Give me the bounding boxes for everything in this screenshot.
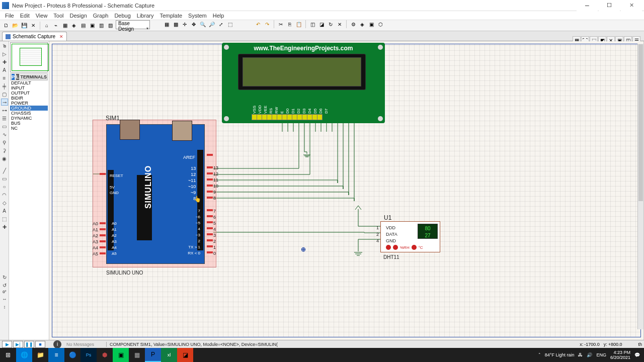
menu-library[interactable]: Library bbox=[134, 12, 157, 20]
line-2d-icon[interactable]: ╱ bbox=[1, 167, 8, 174]
info-icon[interactable]: i bbox=[53, 340, 61, 348]
mirror-h-icon[interactable]: ↔ bbox=[1, 295, 8, 302]
pcb-icon[interactable]: ▦ bbox=[61, 22, 69, 30]
clock[interactable]: 4:23 PM 6/20/2021 bbox=[610, 350, 630, 360]
task-app1[interactable]: ⬢ bbox=[97, 348, 113, 362]
library-icon[interactable]: L bbox=[16, 74, 19, 80]
terminal-power[interactable]: POWER bbox=[10, 101, 48, 106]
play-button[interactable]: ▶ bbox=[2, 341, 12, 348]
dht-mode-button[interactable] bbox=[412, 245, 417, 250]
tab-close-icon[interactable]: ✕ bbox=[59, 34, 63, 39]
pick-parts-icon[interactable]: P bbox=[12, 74, 15, 80]
gerber-icon[interactable]: ▤ bbox=[79, 22, 87, 30]
decompose-icon[interactable]: ⬡ bbox=[376, 20, 384, 28]
step-button[interactable]: ▶| bbox=[13, 341, 23, 348]
undo-icon[interactable]: ↶ bbox=[254, 20, 262, 28]
schematic-canvas[interactable]: www.TheEngineeringProjects.com VSSVDDVEE… bbox=[49, 41, 644, 340]
bus-icon[interactable]: ╪ bbox=[1, 82, 8, 89]
make-device-icon[interactable]: ◈ bbox=[358, 20, 366, 28]
probe-i-icon[interactable]: ⚳ bbox=[1, 147, 8, 154]
task-app3[interactable]: ▦ bbox=[129, 348, 145, 362]
menu-help[interactable]: Help bbox=[210, 12, 227, 20]
task-excel[interactable]: xl bbox=[161, 348, 177, 362]
device-pin-icon[interactable]: ⊶ bbox=[1, 107, 8, 114]
terminal-dynamic[interactable]: DYNAMIC bbox=[10, 116, 48, 121]
snap-icon[interactable]: ▩ bbox=[172, 20, 180, 28]
menu-tool[interactable]: Tool bbox=[50, 12, 66, 20]
pan-icon[interactable]: ✥ bbox=[190, 20, 198, 28]
weather-label[interactable]: 84°F Light rain bbox=[545, 352, 575, 357]
text-script-icon[interactable]: ≡ bbox=[1, 74, 8, 81]
terminal-chassis[interactable]: CHASSIS bbox=[10, 111, 48, 116]
dht-down-button[interactable] bbox=[386, 245, 391, 250]
schematic-icon[interactable]: ⌁ bbox=[52, 22, 60, 30]
terminal-default[interactable]: DEFAULT bbox=[10, 80, 48, 85]
maximize-button[interactable]: ☐ bbox=[599, 0, 620, 11]
menu-debug[interactable]: Debug bbox=[111, 12, 133, 20]
path-2d-icon[interactable]: ◇ bbox=[1, 199, 8, 206]
circle-2d-icon[interactable]: ○ bbox=[1, 183, 8, 190]
dht11-module[interactable]: 124 VDDDATAGND 80 27 %RH °C bbox=[380, 221, 440, 252]
zoom-in-icon[interactable]: 🔍 bbox=[199, 20, 207, 28]
task-app4[interactable]: ◪ bbox=[177, 348, 193, 362]
instrument-icon[interactable]: ◉ bbox=[1, 155, 8, 162]
marker-icon[interactable]: ✚ bbox=[1, 223, 8, 230]
block-copy-icon[interactable]: ◫ bbox=[308, 20, 316, 28]
cut-icon[interactable]: ✂ bbox=[277, 20, 285, 28]
grid-toggle-icon[interactable]: ▦ bbox=[163, 20, 171, 28]
redo-icon[interactable]: ↷ bbox=[263, 20, 271, 28]
tray-vol-icon[interactable]: 🔊 bbox=[587, 352, 592, 357]
close-project-icon[interactable]: ✕ bbox=[29, 22, 37, 30]
terminal-nc[interactable]: NC bbox=[10, 126, 48, 131]
menu-design[interactable]: Design bbox=[67, 12, 90, 20]
probe-v-icon[interactable]: ⚲ bbox=[1, 139, 8, 146]
selection-mode-icon[interactable]: 🖱 bbox=[1, 42, 8, 49]
stop-button[interactable]: ■ bbox=[35, 341, 45, 348]
dht-up-button[interactable] bbox=[393, 245, 398, 250]
terminal-mode-icon[interactable]: ⊸ bbox=[1, 99, 8, 106]
tray-net-icon[interactable]: 🖧 bbox=[578, 352, 583, 357]
block-delete-icon[interactable]: ✕ bbox=[336, 20, 344, 28]
task-vscode[interactable]: ≡ bbox=[48, 348, 64, 362]
terminal-ground[interactable]: GROUND bbox=[10, 106, 48, 111]
paste-icon[interactable]: 📋 bbox=[295, 20, 303, 28]
wire-label-icon[interactable]: A bbox=[1, 66, 8, 73]
subcircuit-icon[interactable]: ▢ bbox=[1, 90, 8, 98]
rotate-cw-icon[interactable]: ↻ bbox=[1, 274, 8, 281]
zoom-all-icon[interactable]: ⤢ bbox=[217, 20, 225, 28]
datasheet-icon[interactable]: ▧ bbox=[106, 22, 114, 30]
3d-icon[interactable]: ◈ bbox=[70, 22, 78, 30]
start-button[interactable]: ⊞ bbox=[0, 348, 16, 362]
tape-icon[interactable]: ▭ bbox=[1, 123, 8, 130]
menu-file[interactable]: File bbox=[2, 12, 17, 20]
vertical-scrollbar[interactable] bbox=[637, 44, 643, 329]
graph-mode-icon[interactable]: ☰ bbox=[1, 115, 8, 122]
bom-icon[interactable]: ▣ bbox=[88, 22, 96, 30]
text-2d-icon[interactable]: A bbox=[1, 207, 8, 214]
rotate-ccw-icon[interactable]: ↺ bbox=[1, 282, 8, 289]
task-edge[interactable]: 🌐 bbox=[16, 348, 32, 362]
save-icon[interactable]: 💾 bbox=[20, 22, 28, 30]
notification-icon[interactable]: 💬 bbox=[634, 352, 640, 357]
menu-system[interactable]: System bbox=[185, 12, 210, 20]
tab-schematic[interactable]: Schematic Capture ✕ bbox=[2, 32, 67, 41]
task-chrome[interactable]: 🔵 bbox=[64, 348, 80, 362]
block-rotate-icon[interactable]: ↻ bbox=[327, 20, 335, 28]
design-dropdown[interactable]: Base Design bbox=[116, 20, 150, 29]
task-explorer[interactable]: 📁 bbox=[32, 348, 48, 362]
junction-icon[interactable]: ✚ bbox=[1, 58, 8, 65]
overview-panel[interactable] bbox=[10, 42, 48, 72]
menu-view[interactable]: View bbox=[33, 12, 51, 20]
menu-template[interactable]: Template bbox=[156, 12, 185, 20]
task-proteus[interactable]: P bbox=[145, 348, 161, 362]
terminal-output[interactable]: OUTPUT bbox=[10, 90, 48, 96]
task-ps[interactable]: Ps bbox=[80, 348, 97, 362]
origin-icon[interactable]: ✛ bbox=[181, 20, 189, 28]
terminal-bidir[interactable]: BIDIR bbox=[10, 96, 48, 101]
pick-device-icon[interactable]: ⚙ bbox=[349, 20, 357, 28]
home-icon[interactable]: ⌂ bbox=[43, 22, 51, 30]
close-button[interactable]: ✕ bbox=[621, 0, 642, 11]
terminal-bus[interactable]: BUS bbox=[10, 121, 48, 126]
minimize-button[interactable]: ─ bbox=[577, 0, 598, 11]
block-move-icon[interactable]: ◪ bbox=[317, 20, 326, 28]
